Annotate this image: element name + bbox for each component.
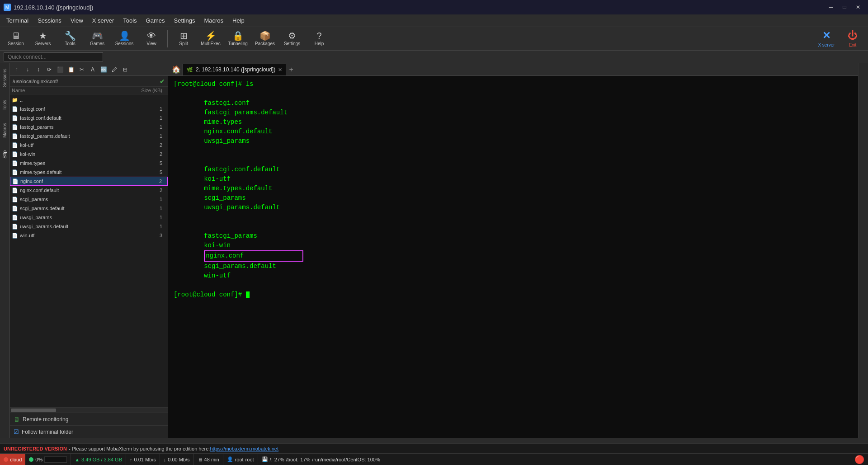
quick-connect-input[interactable] bbox=[4, 52, 103, 61]
menu-macros[interactable]: Macros bbox=[199, 15, 228, 26]
list-item[interactable]: 📄 nginx.conf.default 2 bbox=[10, 186, 168, 195]
tab-close-button[interactable]: ✕ bbox=[278, 67, 282, 73]
column-name: Name bbox=[12, 88, 134, 93]
disk-usage-label: 3.49 GB / 3.84 GB bbox=[81, 457, 122, 462]
menu-bar: Terminal Sessions View X server Tools Ga… bbox=[0, 14, 868, 27]
disk-up-icon: ▲ bbox=[75, 457, 80, 462]
minimize-button[interactable]: ─ bbox=[825, 2, 837, 12]
time-remaining-label: 48 min bbox=[204, 457, 219, 462]
menu-tools[interactable]: Tools bbox=[118, 15, 141, 26]
file-icon: 📄 bbox=[12, 197, 18, 202]
file-icon: 📄 bbox=[12, 206, 18, 211]
list-item[interactable]: 📄 fastcgi.conf 1 bbox=[10, 104, 168, 113]
checkbox-icon[interactable]: ☑ bbox=[14, 428, 19, 435]
file-tree-header: Name Size (KB) bbox=[10, 87, 168, 94]
user-label: root bbox=[235, 457, 244, 462]
fb-edit-button[interactable]: 🖊 bbox=[109, 65, 119, 75]
servers-button[interactable]: ★ Servers bbox=[30, 28, 56, 50]
menu-xserver[interactable]: X server bbox=[88, 15, 118, 26]
file-browser: ↑ ↓ ↕ ⟳ ⬛ 📋 ✂ A 🔤 🖊 ⊟ /usr/local/nginx/c… bbox=[10, 63, 168, 438]
fb-stop-button[interactable]: ⬛ bbox=[55, 65, 65, 75]
games-label: Games bbox=[90, 41, 104, 46]
tools-tab[interactable]: Tools bbox=[1, 98, 8, 112]
terminal-line: fastcgi.conf.default koi-utf mime.types.… bbox=[174, 155, 853, 222]
list-item[interactable]: 📄 koi-utf 2 bbox=[10, 141, 168, 150]
list-item[interactable]: 📄 fastcgi.conf.default 1 bbox=[10, 113, 168, 122]
menu-view[interactable]: View bbox=[66, 15, 88, 26]
tab-home-button[interactable]: 🏠 bbox=[170, 63, 183, 76]
menu-sessions[interactable]: Sessions bbox=[33, 15, 66, 26]
list-item[interactable]: 📄 scgi_params 1 bbox=[10, 195, 168, 204]
settings-button[interactable]: ⚙ Settings bbox=[279, 28, 305, 50]
unregistered-label: UNREGISTERED VERSION bbox=[4, 446, 67, 451]
xserver-button[interactable]: ✕ X server bbox=[814, 28, 839, 50]
file-tree: 📁 .. 📄 fastcgi.conf 1 📄 fastcgi.conf.def… bbox=[10, 94, 168, 407]
fb-up-button[interactable]: ↑ bbox=[12, 65, 22, 75]
help-button[interactable]: ? Help bbox=[306, 28, 332, 50]
list-item[interactable]: 📄 fastcgi_params 1 bbox=[10, 122, 168, 132]
fb-copy-button[interactable]: 📋 bbox=[66, 65, 76, 75]
menu-games[interactable]: Games bbox=[142, 15, 170, 26]
menu-terminal[interactable]: Terminal bbox=[2, 15, 33, 26]
tools-button[interactable]: 🔧 Tools bbox=[57, 28, 83, 50]
follow-folder-label: Follow terminal folder bbox=[22, 429, 73, 435]
split-button[interactable]: ⊞ Split bbox=[170, 28, 197, 50]
servers-icon: ★ bbox=[39, 31, 47, 40]
fb-down-button[interactable]: ↓ bbox=[23, 65, 33, 75]
list-item[interactable]: 📄 uwsgi_params.default 1 bbox=[10, 222, 168, 231]
list-item[interactable]: 📄 scgi_params.default 1 bbox=[10, 204, 168, 213]
menu-help[interactable]: Help bbox=[228, 15, 249, 26]
macros-tab[interactable]: Macros bbox=[1, 121, 8, 140]
list-item[interactable]: 📄 mime.types 5 bbox=[10, 159, 168, 168]
fb-a-button[interactable]: A bbox=[88, 65, 98, 75]
games-icon: 🎮 bbox=[92, 31, 103, 40]
file-icon: 📄 bbox=[12, 115, 18, 121]
fb-remove-button[interactable]: ⊟ bbox=[120, 65, 130, 75]
sessions-label: Sessions bbox=[115, 41, 134, 46]
terminal-line: [root@cloud conf]# ls bbox=[174, 80, 853, 89]
exit-button[interactable]: ⏻ Exit bbox=[840, 28, 865, 50]
servers-label: Servers bbox=[35, 41, 51, 46]
fb-text-button[interactable]: 🔤 bbox=[99, 65, 108, 75]
multiexec-icon: ⚡ bbox=[205, 31, 217, 40]
file-icon: 📄 bbox=[12, 106, 18, 112]
horizontal-scrollbar[interactable] bbox=[10, 407, 168, 413]
games-button[interactable]: 🎮 Games bbox=[84, 28, 110, 50]
help-icon: ? bbox=[316, 31, 321, 40]
close-button[interactable]: ✕ bbox=[852, 2, 864, 12]
maximize-button[interactable]: □ bbox=[838, 2, 851, 12]
list-item[interactable]: 📄 uwsgi_params 1 bbox=[10, 213, 168, 222]
app-icon: M bbox=[4, 4, 11, 11]
session-button[interactable]: 🖥 Session bbox=[3, 28, 29, 50]
multiexec-button[interactable]: ⚡ MultiExec bbox=[198, 28, 224, 50]
current-path: /usr/local/nginx/conf/ bbox=[13, 79, 58, 84]
tunneling-button[interactable]: 🔒 Tunneling bbox=[225, 28, 251, 50]
status-hostname: cloud bbox=[0, 454, 25, 465]
fb-sort-button[interactable]: ↕ bbox=[33, 65, 43, 75]
packages-button[interactable]: 📦 Packages bbox=[252, 28, 278, 50]
list-item[interactable]: 📄 koi-win 2 bbox=[10, 150, 168, 159]
menu-settings[interactable]: Settings bbox=[170, 15, 200, 26]
list-item[interactable]: 📁 .. bbox=[10, 95, 168, 104]
list-item[interactable]: 📄 mime.types.default 5 bbox=[10, 168, 168, 177]
sftp-tab[interactable]: Sftp bbox=[1, 149, 8, 160]
list-item[interactable]: 📄 win-utf 3 bbox=[10, 231, 168, 240]
sessions-button[interactable]: 👤 Sessions bbox=[111, 28, 137, 50]
fb-refresh-button[interactable]: ⟳ bbox=[44, 65, 54, 75]
sessions-tab[interactable]: Sessions bbox=[1, 67, 8, 89]
column-size: Size (KB) bbox=[134, 88, 166, 93]
window-title: 192.168.10.140 ([springcloud]) bbox=[14, 4, 93, 11]
terminal-tab[interactable]: 🌿 2. 192.168.10.140 ([springcloud]) ✕ bbox=[183, 64, 286, 75]
unregistered-link[interactable]: https://mobaxterm.mobatek.net bbox=[210, 446, 278, 451]
split-label: Split bbox=[179, 41, 188, 46]
status-end-icon: 🔴 bbox=[854, 455, 864, 465]
terminal-output[interactable]: [root@cloud conf]# ls fastcgi.conf fastc… bbox=[168, 76, 858, 438]
view-button[interactable]: 👁 View bbox=[138, 28, 165, 50]
fb-cut-button[interactable]: ✂ bbox=[77, 65, 87, 75]
list-item[interactable]: 📄 fastcgi_params.default 1 bbox=[10, 132, 168, 141]
status-disk-root-segment: 💾 /: 27% /boot: 17% /run/media/root/Cent… bbox=[258, 454, 384, 465]
packages-label: Packages bbox=[255, 41, 275, 46]
new-tab-button[interactable]: + bbox=[286, 65, 296, 75]
selected-file-item[interactable]: 📄 nginx.conf 2 bbox=[10, 177, 168, 186]
session-icon: 🖥 bbox=[11, 31, 20, 40]
